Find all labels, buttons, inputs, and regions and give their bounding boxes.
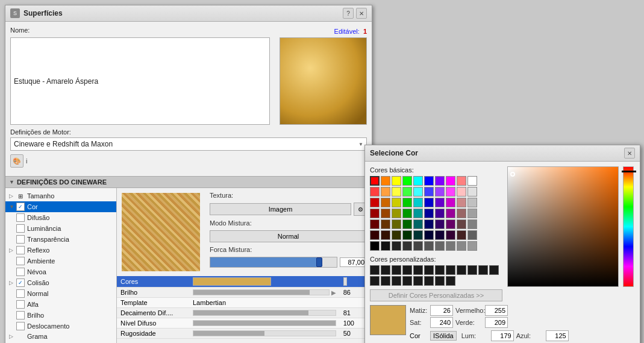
basic-color-swatch-1-5[interactable] — [424, 187, 434, 197]
custom-swatch-15[interactable] — [402, 276, 412, 286]
basic-color-swatch-6-2[interactable] — [392, 241, 401, 251]
basic-color-swatch-1-3[interactable] — [402, 187, 412, 197]
basic-color-swatch-1-2[interactable] — [392, 187, 401, 197]
custom-swatch-4[interactable] — [413, 265, 423, 275]
tree-item-brilho[interactable]: Brilho — [5, 310, 116, 321]
basic-color-swatch-5-3[interactable] — [402, 230, 412, 240]
basic-color-swatch-5-9[interactable] — [467, 230, 477, 240]
custom-swatch-19[interactable] — [446, 276, 455, 286]
custom-swatch-6[interactable] — [435, 265, 445, 275]
basic-color-swatch-4-0[interactable] — [370, 219, 380, 229]
tree-item-transparencia[interactable]: Transparência — [5, 234, 116, 245]
basic-color-swatch-6-6[interactable] — [435, 241, 445, 251]
basic-color-swatch-6-1[interactable] — [381, 241, 390, 251]
tree-item-reflexo[interactable]: ▷ Reflexo — [5, 245, 116, 256]
basic-color-swatch-2-6[interactable] — [435, 198, 445, 207]
basic-color-swatch-0-8[interactable] — [457, 176, 466, 186]
forca-value[interactable]: 87,00 — [340, 257, 367, 267]
basic-color-swatch-5-7[interactable] — [446, 230, 455, 240]
custom-swatch-0[interactable] — [370, 265, 380, 275]
tree-item-difusao[interactable]: Difusão — [5, 212, 116, 223]
close-button[interactable]: ✕ — [356, 8, 367, 19]
basic-color-swatch-4-1[interactable] — [381, 219, 390, 229]
basic-color-swatch-0-6[interactable] — [435, 176, 445, 186]
define-btn[interactable]: Definir Cores Personalizadas >> — [370, 289, 502, 301]
basic-color-swatch-3-8[interactable] — [457, 209, 466, 218]
render-icon-btn[interactable]: 🎨 — [10, 154, 23, 168]
basic-color-swatch-6-3[interactable] — [402, 241, 412, 251]
basic-color-swatch-2-5[interactable] — [424, 198, 434, 207]
basic-color-swatch-1-0[interactable] — [370, 187, 380, 197]
basic-color-swatch-3-4[interactable] — [413, 209, 423, 218]
basic-color-swatch-5-2[interactable] — [392, 230, 401, 240]
forca-slider[interactable] — [210, 257, 337, 268]
basic-color-swatch-4-5[interactable] — [424, 219, 434, 229]
basic-color-swatch-2-9[interactable] — [467, 198, 477, 207]
transparencia-checkbox[interactable] — [16, 235, 25, 244]
table-row-decaimento[interactable]: Decaimento Dif.... 81 — [117, 308, 372, 318]
custom-swatch-5[interactable] — [424, 265, 434, 275]
basic-color-swatch-1-6[interactable] — [435, 187, 445, 197]
basic-color-swatch-6-8[interactable] — [457, 241, 466, 251]
custom-swatch-10[interactable] — [478, 265, 488, 275]
custom-swatch-18[interactable] — [435, 276, 445, 286]
ambiente-checkbox[interactable] — [16, 257, 25, 265]
difusao-checkbox[interactable] — [16, 213, 25, 222]
lum-input[interactable] — [491, 330, 514, 341]
brilho-slider[interactable] — [193, 289, 330, 295]
custom-swatch-14[interactable] — [392, 276, 401, 286]
basic-color-swatch-6-0[interactable] — [370, 241, 380, 251]
basic-color-swatch-2-8[interactable] — [457, 198, 466, 207]
custom-swatch-11[interactable] — [489, 265, 499, 275]
tree-item-alfa[interactable]: Alfa — [5, 299, 116, 310]
brilho-checkbox[interactable] — [16, 311, 25, 319]
custom-swatch-17[interactable] — [424, 276, 434, 286]
basic-color-swatch-4-2[interactable] — [392, 219, 401, 229]
deslocamento-checkbox[interactable] — [16, 322, 25, 330]
basic-color-swatch-0-2[interactable] — [392, 176, 401, 186]
table-row-cores[interactable]: Cores — [117, 276, 372, 288]
basic-color-swatch-1-1[interactable] — [381, 187, 390, 197]
basic-color-swatch-1-4[interactable] — [413, 187, 423, 197]
color-gradient-picker[interactable] — [507, 166, 619, 287]
nevoa-checkbox[interactable] — [16, 268, 25, 276]
verde-input[interactable] — [485, 317, 508, 328]
tree-item-deslocamento[interactable]: Deslocamento — [5, 321, 116, 332]
basic-color-swatch-0-9[interactable] — [467, 176, 477, 186]
decaimento-slider[interactable] — [193, 310, 336, 316]
basic-color-swatch-2-4[interactable] — [413, 198, 423, 207]
custom-swatch-13[interactable] — [381, 276, 390, 286]
basic-color-swatch-5-1[interactable] — [381, 230, 390, 240]
basic-color-swatch-4-9[interactable] — [467, 219, 477, 229]
tree-item-colisao[interactable]: ▷ ✓ Colisão — [5, 277, 116, 288]
basic-color-swatch-0-1[interactable] — [381, 176, 390, 186]
basic-color-swatch-0-4[interactable] — [413, 176, 423, 186]
custom-swatch-12[interactable] — [370, 276, 380, 286]
custom-swatch-2[interactable] — [392, 265, 401, 275]
sat-input[interactable] — [430, 317, 453, 328]
alfa-checkbox[interactable] — [16, 300, 25, 309]
tree-item-tamanho[interactable]: ▷ ⊞ Tamanho — [5, 190, 116, 201]
basic-color-swatch-3-6[interactable] — [435, 209, 445, 218]
rugosidade-slider[interactable] — [193, 330, 336, 336]
custom-swatch-3[interactable] — [402, 265, 412, 275]
colisao-checkbox[interactable]: ✓ — [16, 278, 25, 287]
basic-color-swatch-3-1[interactable] — [381, 209, 390, 218]
tree-item-nevoa[interactable]: Névoa — [5, 266, 116, 277]
vermelho-input[interactable] — [485, 305, 508, 316]
cor-checkbox[interactable]: ✓ — [16, 203, 25, 211]
matiz-input[interactable] — [430, 305, 453, 316]
basic-color-swatch-5-6[interactable] — [435, 230, 445, 240]
custom-swatch-9[interactable] — [467, 265, 477, 275]
basic-color-swatch-2-3[interactable] — [402, 198, 412, 207]
basic-color-swatch-0-7[interactable] — [446, 176, 455, 186]
tree-item-luminancia[interactable]: Luminância — [5, 223, 116, 234]
basic-color-swatch-6-4[interactable] — [413, 241, 423, 251]
custom-swatch-8[interactable] — [457, 265, 466, 275]
custom-swatch-7[interactable] — [446, 265, 455, 275]
basic-color-swatch-3-3[interactable] — [402, 209, 412, 218]
table-row-brilho[interactable]: Brilho ▶ 86 — [117, 288, 372, 298]
basic-color-swatch-5-5[interactable] — [424, 230, 434, 240]
basic-color-swatch-4-4[interactable] — [413, 219, 423, 229]
basic-color-swatch-2-0[interactable] — [370, 198, 380, 207]
